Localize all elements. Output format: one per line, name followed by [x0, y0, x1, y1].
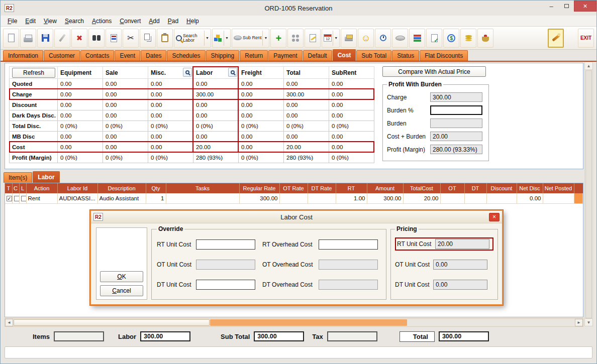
close-button[interactable]: × — [574, 1, 596, 12]
items-col-net-posted[interactable]: Net Posted — [543, 183, 574, 193]
items-col-qty[interactable]: Qty — [146, 183, 166, 193]
items-col-totalcost[interactable]: TotalCost — [403, 183, 440, 193]
paste-button[interactable] — [157, 29, 173, 48]
scroll-up-arrow-icon[interactable]: ▲ — [585, 62, 592, 70]
minimize-button[interactable]: – — [544, 1, 559, 12]
summary-tax-field[interactable] — [327, 331, 377, 341]
t-checkbox[interactable] — [7, 196, 12, 201]
magic-wand-button[interactable] — [548, 29, 564, 48]
tab-event[interactable]: Event — [115, 50, 140, 61]
menu-item-actions[interactable]: Actions — [88, 17, 116, 26]
tab-customer[interactable]: Customer — [44, 50, 80, 61]
items-col-amount[interactable]: Amount — [367, 183, 403, 193]
burden-field-cost-burden[interactable]: 20.00 — [430, 132, 482, 141]
summary-labor-field[interactable]: 300.00 — [140, 331, 190, 341]
copy-button[interactable] — [140, 29, 156, 48]
items-col-labor-id[interactable]: Labor Id — [57, 183, 97, 193]
dt-unit-cost-input[interactable] — [196, 280, 255, 290]
rt-unit-cost-input[interactable] — [196, 239, 255, 250]
items-col-ot[interactable]: OT — [440, 183, 464, 193]
items-col-ot-rate[interactable]: OT Rate — [279, 183, 308, 193]
search-misc-button[interactable] — [183, 68, 192, 77]
scroll-down-arrow-icon[interactable]: ▼ — [585, 318, 592, 326]
tab-information[interactable]: Information — [3, 50, 43, 61]
item-tab-labor[interactable]: Labor — [33, 171, 59, 183]
group-circles-button[interactable] — [287, 29, 304, 48]
vertical-scrollbar[interactable]: ▲ ▼ — [584, 62, 593, 326]
color-shapes-button[interactable]: ▼ — [212, 29, 231, 48]
delete-button[interactable]: ✖ — [71, 29, 87, 48]
items-col-action[interactable]: Action — [26, 183, 57, 193]
items-col-c[interactable]: C — [12, 183, 19, 193]
menu-item-file[interactable]: File — [4, 17, 21, 26]
print-card-button[interactable] — [341, 29, 357, 48]
items-col-regular-rate[interactable]: Regular Rate — [239, 183, 279, 193]
button-ellipse-button[interactable] — [392, 29, 408, 48]
cancel-button[interactable]: Cancel — [100, 285, 143, 296]
tab-dates[interactable]: Dates — [141, 50, 166, 61]
menu-item-add[interactable]: Add — [145, 17, 163, 26]
calendar-button[interactable]: ▼ — [322, 29, 340, 48]
tab-default[interactable]: Default — [303, 50, 332, 61]
maximize-button[interactable] — [559, 1, 574, 12]
summary-items-field[interactable] — [54, 331, 104, 341]
money-coins-button[interactable] — [460, 29, 476, 48]
tab-schedules[interactable]: Schedules — [167, 50, 205, 61]
edit-pencil-button[interactable] — [54, 29, 70, 48]
scroll-left-arrow-icon[interactable]: ◄ — [5, 319, 13, 326]
menu-item-search[interactable]: Search — [61, 17, 88, 26]
purchase-money-button[interactable] — [477, 29, 493, 48]
burden-field-charge[interactable]: 300.00 — [430, 92, 482, 102]
edit-check-button[interactable] — [426, 29, 442, 48]
find-binoculars-button[interactable] — [88, 29, 105, 48]
currency-sync-button[interactable] — [443, 29, 459, 48]
tab-status[interactable]: Status — [392, 50, 419, 61]
tab-cost[interactable]: Cost — [333, 49, 356, 61]
ok-button[interactable]: OK — [100, 271, 143, 282]
burden-field-burden[interactable] — [430, 105, 482, 115]
compare-actual-price-button[interactable]: Compare With Actual Price — [382, 66, 486, 77]
exit-button[interactable]: EXIT — [578, 29, 594, 48]
tab-shipping[interactable]: Shipping — [206, 50, 240, 61]
menu-item-convert[interactable]: Convert — [116, 17, 145, 26]
items-col-discount[interactable]: Discount — [486, 183, 517, 193]
scroll-right-arrow-icon[interactable]: ► — [575, 319, 583, 326]
cut-button[interactable]: ✂ — [123, 29, 139, 48]
save-button[interactable] — [37, 29, 53, 48]
notes-button[interactable] — [305, 29, 321, 48]
dialog-close-button[interactable]: × — [489, 213, 500, 221]
search-labor-button[interactable] — [228, 68, 237, 77]
item-tab-item-s[interactable]: Item(s) — [4, 172, 32, 183]
c-checkbox[interactable] — [14, 196, 20, 201]
history-clock-button[interactable] — [375, 29, 391, 48]
contacts-book-button[interactable] — [409, 29, 425, 48]
l-checkbox[interactable] — [21, 196, 27, 201]
refresh-button[interactable]: Refresh — [12, 68, 55, 78]
sub-rent-button[interactable]: Sub Rent▼ — [232, 29, 269, 48]
summary-sub-total-field[interactable]: 300.00 — [254, 331, 304, 341]
items-col-t[interactable]: T — [5, 183, 12, 193]
sub-rent-dropdown-arrow[interactable]: ▼ — [262, 31, 267, 46]
menu-item-pad[interactable]: Pad — [164, 17, 182, 26]
new-document-button[interactable] — [3, 29, 19, 48]
tab-contacts[interactable]: Contacts — [80, 50, 114, 61]
items-col-description[interactable]: Description — [97, 183, 146, 193]
rt-overhead-cost-input[interactable] — [319, 239, 378, 250]
vertical-scroll-thumb[interactable] — [585, 70, 592, 318]
calendar-dropdown-arrow[interactable]: ▼ — [333, 31, 338, 46]
summary-total-field[interactable]: 300.00 — [439, 331, 489, 341]
print-button[interactable] — [20, 29, 36, 48]
items-col-tasks[interactable]: Tasks — [166, 183, 239, 193]
items-col-l[interactable]: L — [19, 183, 26, 193]
search-labor-button[interactable]: Search Labor▼ — [174, 29, 211, 48]
color-shapes-dropdown-arrow[interactable]: ▼ — [224, 31, 229, 46]
add-button[interactable]: + — [270, 29, 286, 48]
transfer-document-button[interactable] — [106, 29, 122, 48]
tab-flat-discounts[interactable]: Flat Discounts — [420, 50, 468, 61]
items-col-net-disc[interactable]: Net Disc — [517, 183, 543, 193]
tab-sub-total[interactable]: Sub Total — [356, 50, 391, 61]
items-col-rt[interactable]: RT — [336, 183, 367, 193]
tab-return[interactable]: Return — [240, 50, 268, 61]
items-col-dt[interactable]: DT — [464, 183, 486, 193]
smiley-button[interactable]: ☺ — [358, 29, 374, 48]
